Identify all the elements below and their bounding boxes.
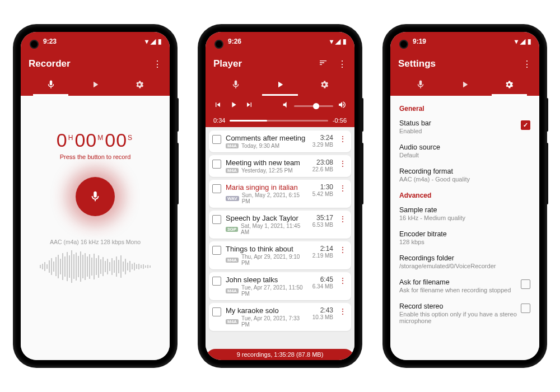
play-button[interactable] [229, 100, 238, 111]
recording-duration: 2:14 [312, 245, 333, 253]
row-menu-icon[interactable]: ⋮ [338, 135, 348, 143]
setting-row[interactable]: Recording formatAAC (m4a) - Good quality [390, 163, 539, 187]
elapsed-time: 0:34 [213, 117, 225, 124]
phone-recorder: 9:23 ▾◢▮ Recorder ⋮ 0H00M00S Press the [14, 25, 176, 367]
recording-size: 2.19 MB [312, 253, 333, 259]
format-badge: WAV [226, 196, 239, 201]
recording-date: Tue, Apr 20, 2021, 7:33 PM [241, 315, 308, 328]
recording-row[interactable]: Things to think aboutM4AThu, Apr 29, 202… [209, 241, 351, 269]
select-checkbox[interactable] [212, 277, 221, 286]
setting-row[interactable]: Audio sourceDefault [390, 139, 539, 163]
setting-sublabel: /storage/emulated/0/VoiceRecorder [399, 263, 496, 269]
tab-settings[interactable] [487, 73, 531, 96]
setting-sublabel: Ask for filename when recording stopped [399, 287, 511, 293]
screenshot-stage: 9:23 ▾◢▮ Recorder ⋮ 0H00M00S Press the [0, 0, 560, 392]
phone-player: 9:26 ▾◢▮ Player ⋮ [199, 25, 361, 367]
tab-recorder[interactable] [398, 73, 442, 96]
recording-date: Yesterday, 12:25 PM [241, 167, 293, 174]
tab-recorder[interactable] [213, 73, 258, 96]
recording-duration: 2:43 [312, 306, 333, 314]
record-button[interactable] [76, 177, 115, 216]
format-badge: M4A [226, 288, 239, 293]
player-controls: 0:34 -0:56 [206, 96, 354, 127]
select-checkbox[interactable] [212, 215, 221, 224]
clock: 9:23 [43, 38, 57, 45]
recording-size: 6.53 MB [312, 222, 333, 228]
settings-list[interactable]: GeneralStatus barEnabled✓Audio sourceDef… [390, 96, 539, 360]
format-badge: 3GP [226, 227, 238, 232]
tab-settings[interactable] [118, 73, 162, 96]
tab-player[interactable] [442, 73, 487, 96]
record-hint: Press the button to record [60, 153, 131, 160]
setting-row[interactable]: Encoder bitrate128 kbps [390, 226, 539, 250]
row-menu-icon[interactable]: ⋮ [338, 307, 348, 315]
setting-row[interactable]: Recordings folder/storage/emulated/0/Voi… [390, 250, 539, 274]
recording-size: 5.42 MB [312, 191, 333, 197]
tab-settings[interactable] [302, 73, 347, 96]
page-title: Player [213, 58, 242, 69]
row-menu-icon[interactable]: ⋮ [338, 160, 348, 167]
recording-row[interactable]: Maria singing in italianWAVSun, May 2, 2… [209, 180, 351, 208]
tab-player[interactable] [73, 73, 117, 96]
setting-row[interactable]: Sample rate16 kHz - Medium quality [390, 202, 539, 226]
recording-row[interactable]: Meeting with new teamM4AYesterday, 12:25… [209, 155, 351, 177]
clock: 9:19 [413, 38, 426, 45]
setting-label: Status bar [399, 119, 431, 127]
format-badge: M4A [226, 258, 239, 263]
next-track-button[interactable] [245, 100, 254, 111]
recording-duration: 3:24 [312, 134, 333, 142]
volume-up-icon[interactable] [338, 100, 347, 111]
setting-row[interactable]: Ask for filenameAsk for filename when re… [390, 274, 539, 298]
setting-row[interactable]: Status barEnabled✓ [390, 115, 539, 139]
setting-checkbox[interactable]: ✓ [521, 120, 530, 130]
clock: 9:26 [228, 38, 241, 45]
phone-settings: 9:19 ▾◢▮ Settings ⋮ GeneralStatus barEna… [384, 25, 546, 367]
setting-row[interactable]: Record stereoEnable this option only if … [390, 298, 539, 329]
row-menu-icon[interactable]: ⋮ [338, 246, 348, 254]
setting-sublabel: 128 kbps [399, 239, 447, 245]
recording-title: Comments after meeting [226, 134, 308, 142]
recording-row[interactable]: My karaoke soloM4ATue, Apr 20, 2021, 7:3… [209, 303, 351, 331]
prev-track-button[interactable] [213, 100, 222, 111]
recording-date: Thu, Apr 29, 2021, 9:10 PM [241, 254, 308, 266]
setting-checkbox[interactable] [521, 304, 530, 313]
row-menu-icon[interactable]: ⋮ [338, 184, 348, 192]
recordings-list[interactable]: Comments after meetingM4AToday, 9:30 AM3… [206, 127, 354, 349]
tab-recorder[interactable] [29, 73, 73, 96]
volume-slider[interactable] [294, 105, 333, 107]
row-menu-icon[interactable]: ⋮ [338, 277, 348, 284]
setting-sublabel: AAC (m4a) - Good quality [399, 176, 470, 183]
sort-icon[interactable] [319, 59, 328, 69]
recording-row[interactable]: Speech by Jack Taylor3GPSat, May 1, 2021… [209, 211, 351, 239]
setting-checkbox[interactable] [521, 279, 530, 289]
select-checkbox[interactable] [212, 307, 221, 316]
setting-sublabel: 16 kHz - Medium quality [399, 214, 465, 221]
tab-player[interactable] [258, 73, 302, 96]
overflow-menu-icon[interactable]: ⋮ [153, 59, 162, 69]
recording-title: Speech by Jack Taylor [226, 214, 308, 222]
select-checkbox[interactable] [212, 160, 221, 169]
recording-size: 10.3 MB [312, 314, 333, 320]
setting-label: Ask for filename [399, 278, 511, 286]
recording-row[interactable]: John sleep talksM4ATue, Apr 27, 2021, 11… [209, 272, 351, 300]
format-badge: M4A [226, 168, 239, 173]
progress-slider[interactable] [230, 120, 328, 122]
select-checkbox[interactable] [212, 184, 221, 193]
recording-row[interactable]: Comments after meetingM4AToday, 9:30 AM3… [209, 130, 351, 152]
select-checkbox[interactable] [212, 246, 221, 255]
row-menu-icon[interactable]: ⋮ [338, 215, 348, 223]
overflow-menu-icon[interactable]: ⋮ [338, 59, 347, 69]
recording-size: 6.34 MB [312, 283, 333, 290]
page-title: Recorder [29, 58, 71, 69]
recording-title: Meeting with new team [226, 158, 308, 167]
status-icons: ▾◢▮ [512, 38, 531, 45]
setting-sublabel: Enable this option only if you have a st… [399, 311, 521, 324]
overflow-menu-icon[interactable]: ⋮ [522, 59, 531, 69]
setting-label: Recordings folder [399, 254, 496, 262]
recording-title: Maria singing in italian [226, 183, 308, 192]
recording-duration: 6:45 [312, 276, 333, 283]
mic-icon [89, 190, 101, 203]
setting-sublabel: Enabled [399, 128, 431, 134]
select-checkbox[interactable] [212, 135, 221, 144]
volume-down-icon[interactable] [281, 100, 290, 111]
